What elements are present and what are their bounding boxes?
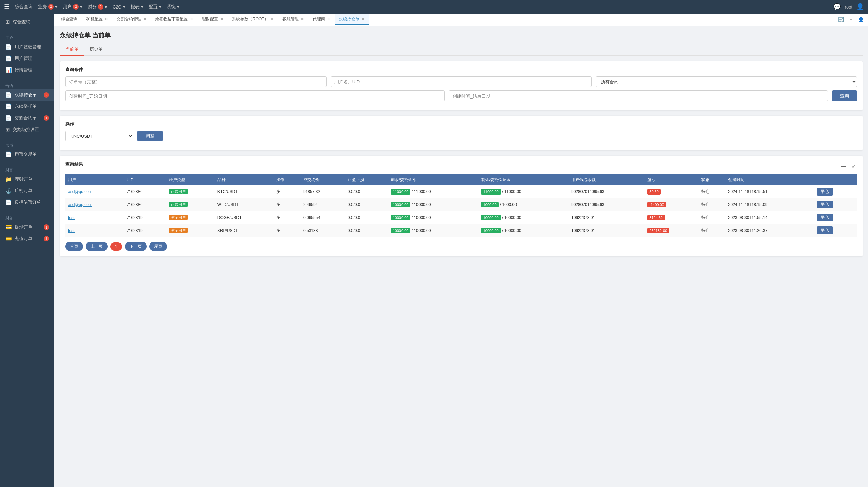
th-user: 用户: [65, 174, 124, 185]
nav-item-系统[interactable]: 系统 ▾: [167, 4, 179, 10]
expand-button[interactable]: ⤢: [850, 163, 857, 169]
minimize-button[interactable]: —: [840, 163, 848, 169]
tab-close-永续持仓单[interactable]: ✕: [361, 17, 364, 21]
operation-card: 操作 KNC/USDT BTC/USDT WLD/USDT DOGE/USDT …: [60, 116, 863, 150]
sidebar-item-用户管理[interactable]: 📄 用户管理: [0, 53, 54, 64]
sidebar-item-矿机订单[interactable]: ⚓ 矿机订单: [0, 185, 54, 197]
doc-icon: 📄: [5, 55, 12, 62]
start-date-input[interactable]: [65, 90, 445, 101]
tab-close-余额收益下发配置[interactable]: ✕: [190, 17, 193, 21]
op-contract-select[interactable]: KNC/USDT BTC/USDT WLD/USDT DOGE/USDT XRP…: [65, 131, 133, 141]
sidebar-item-交割合约单[interactable]: 📄 交割合约单 1: [0, 112, 54, 124]
sub-tabs: 当前单 历史单: [60, 44, 863, 56]
sidebar-item-理财订单[interactable]: 📁 理财订单: [0, 173, 54, 185]
tab-理财配置[interactable]: 理财配置 ✕: [198, 14, 227, 25]
tab-永续持仓单[interactable]: 永续持仓单 ✕: [335, 14, 369, 25]
remain-margin-badge: 10000.00: [481, 228, 501, 233]
pnl-badge: 3124.62: [647, 215, 665, 220]
username-input[interactable]: [331, 76, 592, 87]
nav-item-报表[interactable]: 报表 ▾: [131, 4, 143, 10]
sidebar-item-综合查询[interactable]: ⊞ 综合查询: [0, 16, 54, 28]
cell-symbol: BTC/USDT: [215, 185, 274, 198]
badge: 2: [44, 92, 49, 98]
cell-symbol: WLD/USDT: [215, 198, 274, 211]
tab-close-理财配置[interactable]: ✕: [220, 17, 223, 21]
sidebar-label: 交割合约单: [15, 115, 37, 121]
user-link[interactable]: asd@qq.com: [68, 202, 92, 207]
user-avatar[interactable]: 👤: [856, 3, 864, 11]
cell-symbol: DOGE/USDT: [215, 211, 274, 224]
tab-交割合约管理[interactable]: 交割合约管理 ✕: [113, 14, 150, 25]
th-pnl: 盈亏: [644, 174, 698, 185]
message-icon[interactable]: 💬: [833, 3, 841, 11]
tab-系统参数[interactable]: 系统参数（ROOT） ✕: [228, 14, 278, 25]
cell-pnl: 50.69: [644, 185, 698, 198]
remain-amount-badge: 11000.00: [391, 189, 410, 195]
tab-综合查询[interactable]: 综合查询: [57, 14, 82, 25]
tab-close-矿机配置[interactable]: ✕: [105, 17, 108, 21]
close-position-button[interactable]: 平仓: [817, 214, 833, 221]
sub-tab-历史单[interactable]: 历史单: [84, 44, 108, 56]
cell-action: 平仓: [814, 198, 857, 211]
tab-代理商[interactable]: 代理商 ✕: [309, 14, 334, 25]
prev-page-button[interactable]: 上一页: [86, 242, 108, 251]
nav-item-综合查询[interactable]: 综合查询: [15, 4, 33, 10]
close-position-button[interactable]: 平仓: [817, 188, 833, 196]
sidebar-label: 行情管理: [15, 67, 32, 73]
pnl-badge: -1400.00: [647, 202, 666, 207]
page-content: 永续持仓单 当前单 当前单 历史单 查询条件 所有合约 BTC/USDT WLD…: [54, 26, 868, 487]
cell-user: test: [65, 211, 124, 224]
sidebar-item-用户基础管理[interactable]: 📄 用户基础管理: [0, 41, 54, 53]
close-position-button[interactable]: 平仓: [817, 226, 833, 234]
close-position-button[interactable]: 平仓: [817, 201, 833, 208]
sidebar-item-交割场控设置[interactable]: ⊞ 交割场控设置: [0, 124, 54, 135]
results-actions: — ⤢: [840, 163, 857, 169]
sidebar-item-行情管理[interactable]: 📊 行情管理: [0, 64, 54, 76]
tab-close-客服管理[interactable]: ✕: [301, 17, 304, 21]
menu-icon[interactable]: ☰: [4, 3, 10, 11]
add-tab-button[interactable]: ＋: [847, 16, 855, 23]
last-page-button[interactable]: 尾页: [149, 242, 167, 251]
table-header-row: 用户 UID 账户类型 品种 操作 成交均价 止盈止损 剩余/委托金额 剩余/委…: [65, 174, 857, 185]
th-avg-price: 成交均价: [300, 174, 345, 185]
first-page-button[interactable]: 首页: [65, 242, 83, 251]
nav-item-财务[interactable]: 财务 2 ▾: [88, 4, 107, 10]
tab-矿机配置[interactable]: 矿机配置 ✕: [82, 14, 112, 25]
nav-item-配置[interactable]: 配置 ▾: [149, 4, 161, 10]
user-link[interactable]: asd@qq.com: [68, 189, 92, 194]
tab-close-代理商[interactable]: ✕: [327, 17, 330, 21]
nav-item-c2c[interactable]: C2C ▾: [113, 4, 125, 10]
sidebar-item-永续委托单[interactable]: 📄 永续委托单: [0, 101, 54, 112]
next-page-button[interactable]: 下一页: [125, 242, 147, 251]
sidebar-label: 理财订单: [15, 176, 32, 182]
order-no-input[interactable]: [65, 76, 327, 87]
sidebar-item-币币交易单[interactable]: 📄 币币交易单: [0, 149, 54, 160]
tab-close-系统参数[interactable]: ✕: [271, 17, 274, 21]
tab-close-交割合约管理[interactable]: ✕: [143, 17, 146, 21]
sub-tab-当前单[interactable]: 当前单: [60, 44, 84, 56]
nav-item-用户[interactable]: 用户 3 ▾: [63, 4, 82, 10]
user-link[interactable]: test: [68, 215, 75, 220]
refresh-button[interactable]: 🔄: [837, 16, 845, 23]
sidebar-item-永续持仓单[interactable]: 📄 永续持仓单 2: [0, 89, 54, 101]
sidebar-item-质押借币订单[interactable]: 📄 质押借币订单: [0, 197, 54, 208]
badge: 1: [44, 224, 49, 230]
sidebar-label: 质押借币订单: [15, 199, 41, 205]
adjust-button[interactable]: 调整: [137, 131, 163, 141]
tab-客服管理[interactable]: 客服管理 ✕: [278, 14, 308, 25]
remain-margin-badge: 11000.00: [481, 189, 501, 195]
sidebar-item-提现订单[interactable]: 💳 提现订单 1: [0, 221, 54, 233]
nav-item-业务[interactable]: 业务 3 ▾: [38, 4, 58, 10]
cell-remain-amount: 11000.00 / 11000.00: [388, 185, 478, 198]
sidebar-item-充值订单[interactable]: 💳 充值订单 1: [0, 233, 54, 245]
end-date-input[interactable]: [449, 90, 828, 101]
user-link[interactable]: test: [68, 228, 75, 233]
current-page-button[interactable]: 1: [110, 242, 122, 251]
contract-select[interactable]: 所有合约 BTC/USDT WLD/USDT DOGE/USDT XRP/USD…: [596, 76, 857, 87]
cell-uid: 7162819: [124, 224, 166, 237]
query-button[interactable]: 查询: [832, 90, 857, 101]
user-button[interactable]: 👤: [857, 16, 865, 23]
tab-余额收益下发配置[interactable]: 余额收益下发配置 ✕: [151, 14, 197, 25]
cell-remain-amount: 10000.00 / 10000.00: [388, 211, 478, 224]
sidebar-section-币币: 币币 📄 币币交易单: [0, 138, 54, 163]
